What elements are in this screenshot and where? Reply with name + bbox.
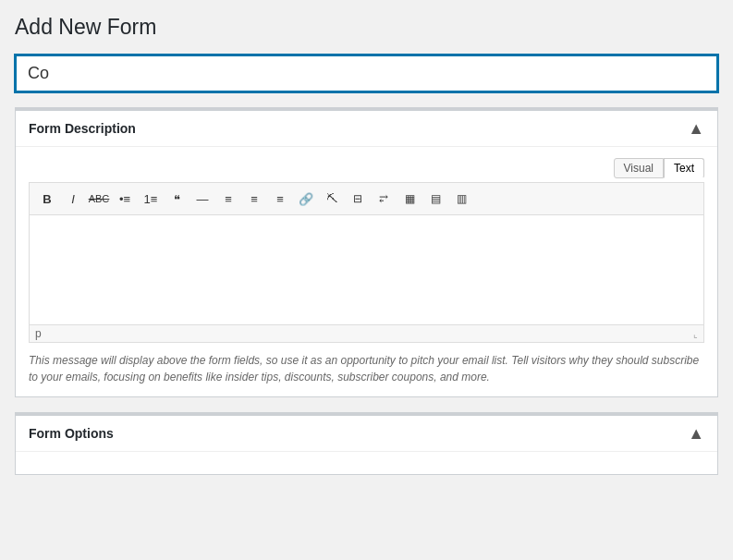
unlink-button[interactable]: ⛏	[320, 187, 344, 211]
text-block-icon: ▤	[431, 192, 441, 205]
bold-icon: B	[43, 192, 51, 206]
editor-tabs: Visual Text	[29, 158, 704, 178]
form-options-body	[16, 452, 717, 474]
align-right-icon: ≡	[276, 192, 284, 206]
unordered-list-icon: •≡	[119, 192, 130, 206]
blockquote-icon: ❝	[174, 192, 180, 206]
italic-icon: I	[71, 192, 75, 206]
resize-handle-icon[interactable]: ⌞	[693, 329, 698, 339]
align-right-button[interactable]: ≡	[268, 187, 292, 211]
align-left-button[interactable]: ≡	[216, 187, 240, 211]
unlink-icon: ⛏	[326, 192, 337, 205]
blockquote-button[interactable]: ❝	[165, 187, 189, 211]
form-description-title: Form Description	[29, 121, 136, 136]
editor-status-bar: p ⌞	[29, 325, 704, 343]
table-button[interactable]: ▦	[397, 187, 421, 211]
tab-visual[interactable]: Visual	[614, 158, 664, 178]
editor-toolbar: B I ABC •≡ 1≡ ❝ —	[29, 182, 704, 214]
fullscreen-button[interactable]: ⥂	[372, 187, 396, 211]
table-icon: ▦	[405, 192, 415, 205]
form-description-metabox: Form Description ▲ Visual Text B I ABC	[15, 107, 718, 397]
horizontal-rule-icon: —	[197, 192, 209, 206]
italic-button[interactable]: I	[61, 187, 85, 211]
ordered-list-button[interactable]: 1≡	[139, 187, 163, 211]
form-name-input[interactable]	[15, 55, 718, 92]
insert-row-button[interactable]: ⊟	[346, 187, 370, 211]
horizontal-rule-button[interactable]: —	[190, 187, 214, 211]
editor-tag-indicator: p	[35, 327, 42, 340]
bold-button[interactable]: B	[35, 187, 59, 211]
page-title: Add New Form	[15, 15, 718, 40]
unordered-list-button[interactable]: •≡	[113, 187, 137, 211]
form-options-title: Form Options	[29, 426, 114, 441]
form-options-metabox: Form Options ▲	[15, 412, 718, 475]
form-description-header[interactable]: Form Description ▲	[16, 111, 717, 147]
insert-row-icon: ⊟	[353, 192, 362, 205]
text-block-button[interactable]: ▤	[423, 187, 447, 211]
strikethrough-button[interactable]: ABC	[87, 187, 111, 211]
form-description-toggle-icon: ▲	[688, 120, 704, 137]
align-left-icon: ≡	[225, 192, 232, 206]
insert-link-button[interactable]: 🔗	[294, 187, 318, 211]
form-description-body: Visual Text B I ABC •≡ 1≡	[16, 147, 717, 396]
align-center-button[interactable]: ≡	[242, 187, 266, 211]
columns-icon: ▥	[457, 192, 467, 205]
form-options-toggle-icon: ▲	[688, 425, 704, 442]
strikethrough-icon: ABC	[89, 193, 110, 204]
editor-hint-text: This message will display above the form…	[29, 352, 704, 385]
link-icon: 🔗	[299, 192, 313, 206]
ordered-list-icon: 1≡	[144, 192, 158, 206]
columns-button[interactable]: ▥	[449, 187, 473, 211]
fullscreen-icon: ⥂	[379, 192, 388, 205]
form-options-header[interactable]: Form Options ▲	[16, 416, 717, 452]
tab-text[interactable]: Text	[664, 158, 704, 178]
editor-content-area[interactable]	[29, 214, 704, 325]
align-center-icon: ≡	[250, 192, 258, 206]
